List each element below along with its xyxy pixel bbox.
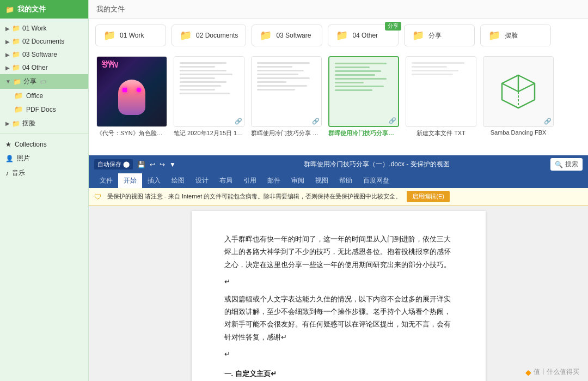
word-tab-mail[interactable]: 邮件: [262, 173, 286, 188]
folder-nav-03software[interactable]: 📁 03 Software: [252, 25, 322, 46]
sidebar-item-music[interactable]: ♪ 音乐: [0, 166, 88, 180]
sidebar-bottom: ★ Collections 👤 照片 ♪ 音乐: [0, 138, 88, 180]
doc-line: [335, 74, 375, 76]
search-icon: 🔍: [555, 161, 563, 168]
doc-line: [257, 89, 295, 90]
save-icon[interactable]: 💾: [137, 161, 145, 168]
autosave-toggle[interactable]: 自动保存 ⬤: [94, 159, 133, 170]
doc-line: [180, 89, 215, 90]
word-page[interactable]: 入手群晖也有快一年的时间了，这一年的时间里从入门到进阶，依仗三大烬上的各路大神学…: [192, 211, 486, 381]
thumb-label-qunhui2: 群晖使用冷门技巧分享（...: [328, 129, 399, 137]
word-tab-start[interactable]: 开始: [118, 173, 142, 188]
more-icon[interactable]: ▼: [169, 161, 176, 168]
svg-line-2: [502, 83, 518, 92]
thumb-note2020[interactable]: 🔗 笔记 2020年12月15日 17_...: [174, 56, 244, 150]
sidebar-item-grab[interactable]: ▶ 📁 摆脸: [0, 116, 88, 131]
sidebar-item-03software[interactable]: ▶ 📁 03 Software: [0, 48, 88, 61]
sidebar-label-share: 分享: [23, 77, 36, 86]
syn-label: SYN: [101, 59, 114, 66]
word-search-placeholder: 搜索: [565, 160, 578, 169]
doc-line: [335, 70, 381, 72]
doc-thumb-note2020: 🔗: [174, 57, 244, 126]
folder-nav-icon-grab: 📁: [488, 29, 500, 41]
thumb-cyber-syn[interactable]: SYN 《代号：SYN》角色脸部...: [96, 56, 167, 150]
folder-icon-grab: 📁: [12, 120, 20, 128]
folder-nav-share[interactable]: 📁 分享: [404, 25, 475, 46]
doc-line: [180, 77, 215, 79]
chevron-icon-02: ▶: [5, 39, 10, 45]
sidebar-item-office[interactable]: 📁 Office: [0, 89, 88, 102]
word-tab-help[interactable]: 帮助: [334, 173, 358, 188]
sidebar-label-office: Office: [26, 92, 43, 100]
main-area: 我的文件 📁 01 Work 📁 02 Documents 📁 03 Softw…: [89, 0, 588, 381]
word-title: 群晖使用冷门技巧分享（一）.docx - 受保护的视图: [203, 160, 550, 169]
folder-nav-label-03software: 03 Software: [276, 32, 311, 39]
chevron-icon-04: ▶: [5, 65, 10, 71]
folder-nav-grab[interactable]: 📁 摆脸: [480, 25, 551, 46]
word-tab-review[interactable]: 审阅: [286, 173, 310, 188]
thumb-samba[interactable]: 🔗 Samba Dancing FBX: [483, 56, 554, 150]
file-manager-header: 我的文件: [89, 0, 588, 19]
folder-icon-03software: 📁: [12, 51, 20, 58]
sidebar-item-share[interactable]: ▼ 📁 分享 🏷: [0, 74, 88, 89]
word-app: 自动保存 ⬤ 💾 ↩ ↪ ▼ 群晖使用冷门技巧分享（一）.docx - 受保护的…: [89, 155, 588, 381]
doc-line: [257, 81, 286, 83]
word-tab-baidu[interactable]: 百度网盘: [358, 173, 395, 188]
folder-nav-04other[interactable]: 📁 04 Other 分享: [328, 25, 399, 46]
folder-nav-02docs[interactable]: 📁 02 Documents: [171, 25, 246, 46]
folder-nav-icon-03software: 📁: [260, 29, 272, 41]
doc-line: [180, 70, 226, 71]
word-tab-view[interactable]: 视图: [310, 173, 334, 188]
doc-line: [412, 62, 464, 64]
thumb-qunhui[interactable]: 🔗 群晖使用冷门技巧分享 D...: [251, 56, 322, 150]
word-tab-reference[interactable]: 引用: [238, 173, 262, 188]
sidebar-item-01work[interactable]: ▶ 📁 01 Work: [0, 22, 88, 35]
word-tab-insert[interactable]: 插入: [142, 173, 166, 188]
redo-icon[interactable]: ↪: [160, 161, 165, 168]
doc-line: [180, 62, 226, 64]
cyber-thumb-bg: SYN: [97, 56, 167, 127]
link-icon: 🔗: [235, 118, 242, 125]
shield-icon: 🛡: [94, 192, 102, 201]
sidebar-item-02docs[interactable]: ▶ 📁 02 Documents: [0, 35, 88, 48]
doc-line: [257, 85, 307, 87]
sidebar-item-photos[interactable]: 👤 照片: [0, 151, 88, 166]
undo-icon[interactable]: ↩: [150, 161, 155, 168]
thumb-label-qunhui: 群晖使用冷门技巧分享 D...: [251, 129, 322, 137]
word-tab-design[interactable]: 设计: [190, 173, 214, 188]
folder-nav-01work[interactable]: 📁 01 Work: [95, 25, 166, 46]
sidebar-header-icon: 📁: [5, 5, 14, 14]
folder-nav-icon-04other: 📁: [336, 29, 348, 41]
word-tab-layout[interactable]: 布局: [214, 173, 238, 188]
eye-left: [122, 88, 127, 92]
chevron-icon-share: ▼: [5, 78, 11, 84]
doc-qunhui: 🔗: [252, 57, 321, 126]
photos-icon: 👤: [5, 155, 14, 162]
thumb-qunhui2[interactable]: 🔗 群晖使用冷门技巧分享（...: [328, 56, 399, 150]
word-toolbar-tabs: 文件 开始 插入 绘图 设计 布局 引用 邮件 审阅 视图 帮助 百度网盘: [89, 173, 588, 188]
word-search-box[interactable]: 🔍 搜索: [550, 158, 583, 171]
word-tab-draw[interactable]: 绘图: [166, 173, 190, 188]
sidebar-item-04other[interactable]: ▶ 📁 04 Other: [0, 61, 88, 74]
doc-line: [335, 78, 387, 80]
doc-line: [180, 81, 226, 83]
diamond-icon: ◆: [525, 368, 531, 377]
sidebar-item-collections[interactable]: ★ Collections: [0, 138, 88, 151]
sidebar-label-collections: Collections: [15, 141, 47, 148]
svg-line-3: [518, 83, 535, 92]
doc-line: [335, 86, 384, 87]
word-left-controls: 自动保存 ⬤ 💾 ↩ ↪ ▼: [94, 159, 203, 170]
box3d-container: 🔗: [483, 57, 553, 126]
thumb-box-samba: 🔗: [483, 56, 554, 127]
thumb-box-note2020: 🔗: [174, 56, 244, 127]
music-icon: ♪: [5, 170, 9, 177]
doc-line: [335, 89, 372, 91]
word-tab-file[interactable]: 文件: [94, 173, 118, 188]
enable-edit-button[interactable]: 启用编辑(E): [407, 191, 450, 202]
folder-icon-04other: 📁: [12, 64, 20, 71]
thumb-newtext[interactable]: 新建文本文件 TXT: [406, 56, 476, 150]
word-protected-bar: 🛡 受保护的视图 请注意 - 来自 Internet 的文件可能包含病毒。除非需…: [89, 188, 588, 205]
word-para-arrow: ↵: [224, 275, 453, 288]
sidebar-item-pdfdocs[interactable]: 📁 PDF Docs: [0, 102, 88, 116]
folder-nav-label-02docs: 02 Documents: [196, 32, 238, 39]
